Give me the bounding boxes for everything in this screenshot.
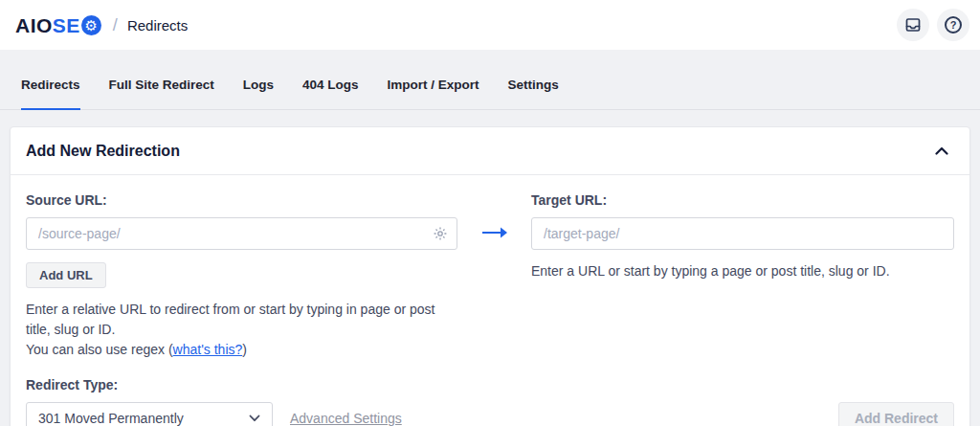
redirect-type-selected-value: 301 Moved Permanently (38, 411, 184, 426)
whats-this-link[interactable]: what's this? (173, 342, 243, 357)
advanced-settings-link[interactable]: Advanced Settings (290, 411, 402, 426)
source-url-options-gear-icon[interactable] (433, 226, 448, 241)
panel-title: Add New Redirection (26, 143, 180, 160)
target-url-label: Target URL: (531, 192, 954, 208)
target-url-help-text: Enter a URL or start by typing a page or… (531, 261, 954, 281)
redirect-type-select[interactable]: 301 Moved Permanently (26, 402, 273, 426)
source-url-input[interactable] (26, 217, 457, 250)
app-header: AIOSE⚙ / Redirects ? (0, 0, 980, 50)
right-arrow-icon (481, 226, 508, 239)
breadcrumb-separator: / (113, 15, 118, 35)
add-new-redirection-panel: Add New Redirection Source URL: (10, 126, 970, 426)
source-url-help-text: Enter a relative URL to redirect from or… (26, 300, 457, 360)
redirect-type-label: Redirect Type: (26, 377, 273, 392)
notifications-inbox-button[interactable] (897, 9, 929, 41)
tab-bar: Redirects Full Site Redirect Logs 404 Lo… (0, 50, 980, 110)
tab-redirects[interactable]: Redirects (21, 78, 80, 110)
source-help-line2-prefix: You can also use regex ( (26, 342, 173, 357)
source-help-line1: Enter a relative URL to redirect from or… (26, 302, 434, 337)
redirect-type-field: Redirect Type: 301 Moved Permanently (26, 375, 273, 426)
aioseo-logo: AIOSE⚙ (15, 15, 101, 35)
add-url-button[interactable]: Add URL (26, 262, 106, 288)
source-help-line2-suffix: ) (242, 342, 247, 357)
logo-text-aio: AIO (15, 15, 53, 35)
collapse-panel-button[interactable] (931, 143, 952, 159)
logo-text-se: SE (53, 15, 80, 35)
breadcrumb-current-page: Redirects (127, 17, 188, 34)
tab-full-site-redirect[interactable]: Full Site Redirect (109, 78, 214, 110)
chevron-down-icon (249, 415, 260, 422)
logo-gear-icon: ⚙ (81, 15, 101, 35)
tab-logs[interactable]: Logs (243, 78, 274, 110)
help-button[interactable]: ? (937, 9, 969, 41)
chevron-up-icon (935, 146, 948, 155)
question-mark-icon: ? (945, 16, 962, 34)
target-url-input[interactable] (531, 217, 954, 250)
tab-import-export[interactable]: Import / Export (388, 78, 479, 110)
inbox-icon (904, 16, 922, 34)
panel-header: Add New Redirection (11, 127, 969, 175)
tab-settings[interactable]: Settings (508, 78, 559, 110)
add-redirect-button[interactable]: Add Redirect (838, 402, 954, 426)
panel-body: Source URL: Add URL Enter a relative URL… (11, 175, 969, 426)
source-url-label: Source URL: (26, 192, 457, 208)
tab-404-logs[interactable]: 404 Logs (302, 78, 359, 110)
